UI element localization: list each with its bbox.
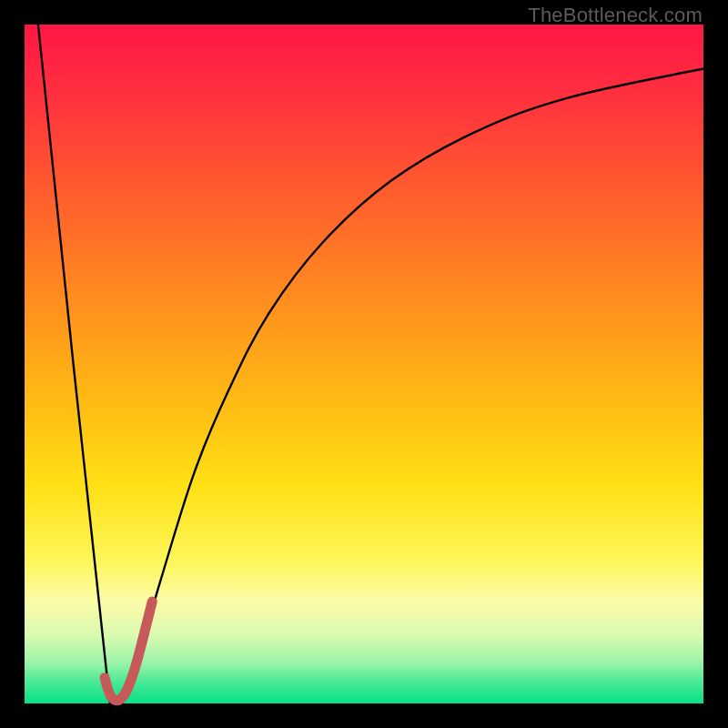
series-highlight-hook xyxy=(105,602,152,701)
series-bottleneck-curve xyxy=(38,25,703,728)
watermark-text: TheBottleneck.com xyxy=(528,4,703,27)
chart-curves xyxy=(25,25,703,703)
chart-frame: TheBottleneck.com xyxy=(0,0,728,728)
